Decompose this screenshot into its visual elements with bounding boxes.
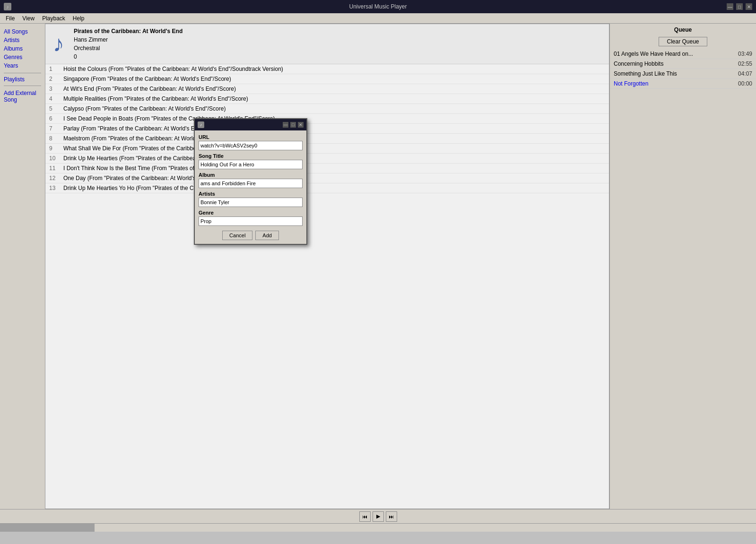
- album-label: Album: [199, 172, 303, 178]
- cancel-button[interactable]: Cancel: [222, 231, 252, 240]
- genre-label: Genre: [199, 210, 303, 216]
- album-input[interactable]: [199, 179, 303, 188]
- modal-overlay: ♪ — □ ✕ URL Song Title Album Artists Gen…: [0, 0, 756, 544]
- modal-maximize-button[interactable]: □: [290, 122, 296, 128]
- add-button[interactable]: Add: [255, 231, 279, 240]
- modal-close-button[interactable]: ✕: [298, 122, 304, 128]
- artists-label: Artists: [199, 191, 303, 197]
- url-input[interactable]: [199, 141, 303, 150]
- modal-buttons: Cancel Add: [199, 231, 303, 240]
- add-song-dialog: ♪ — □ ✕ URL Song Title Album Artists Gen…: [194, 118, 307, 245]
- url-label: URL: [199, 134, 303, 140]
- modal-app-icon: ♪: [198, 121, 204, 128]
- song-title-label: Song Title: [199, 153, 303, 159]
- genre-input[interactable]: [199, 216, 303, 226]
- modal-minimize-button[interactable]: —: [283, 122, 288, 128]
- modal-title-controls: — □ ✕: [283, 122, 304, 128]
- song-title-input[interactable]: [199, 160, 303, 169]
- modal-body: URL Song Title Album Artists Genre Cance…: [195, 130, 306, 244]
- artists-input[interactable]: [199, 198, 303, 207]
- modal-title-bar: ♪ — □ ✕: [195, 119, 306, 130]
